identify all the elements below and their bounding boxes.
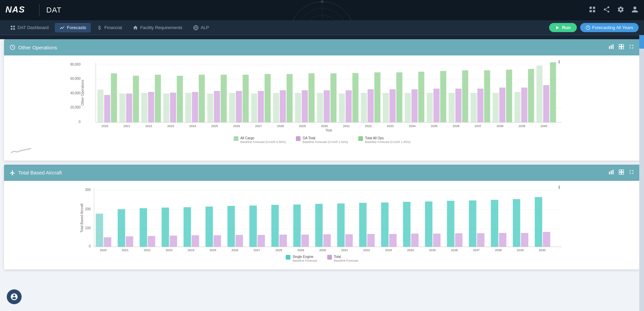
scroll-thumb[interactable] <box>639 35 644 49</box>
svg-text:2032: 2032 <box>363 248 370 252</box>
svg-rect-107 <box>484 70 490 122</box>
svg-rect-19 <box>609 46 610 49</box>
svg-rect-125 <box>609 171 610 174</box>
legend-color-single-engine <box>286 255 290 260</box>
legend-text-total-aircraft: Total Baseline Forecast <box>334 255 358 263</box>
nav-right-controls: Run Forecasting All Years <box>549 23 639 32</box>
chatbot-button[interactable] <box>7 289 22 304</box>
svg-text:2030: 2030 <box>321 124 328 128</box>
svg-rect-200 <box>521 233 529 247</box>
second-navbar: DAT Dashboard Forecasts Financial Facili… <box>0 20 644 35</box>
svg-text:2037: 2037 <box>474 124 481 128</box>
svg-rect-21 <box>613 44 614 49</box>
svg-rect-102 <box>456 89 462 122</box>
svg-text:2027: 2027 <box>255 124 262 128</box>
svg-rect-91 <box>396 72 403 122</box>
svg-rect-164 <box>258 235 265 247</box>
svg-rect-115 <box>528 69 534 122</box>
svg-rect-87 <box>375 72 381 122</box>
nav-item-forecasts[interactable]: Forecasts <box>55 23 91 32</box>
total-based-aircraft-chart: 300 200 100 0 <box>11 184 633 252</box>
run-button[interactable]: Run <box>549 23 576 32</box>
svg-rect-145 <box>118 209 125 247</box>
svg-rect-160 <box>228 206 235 247</box>
svg-rect-97 <box>427 93 433 122</box>
nav-item-financial[interactable]: Financial <box>92 23 127 32</box>
user-icon[interactable] <box>631 6 639 15</box>
legend-total-all-ops: Total All Ops Baseline Forecast (CAGR 1.… <box>358 136 411 144</box>
svg-text:Total Based Aircraft: Total Based Aircraft <box>80 203 84 232</box>
grid-view-icon[interactable] <box>618 44 624 51</box>
svg-rect-167 <box>280 235 287 247</box>
svg-text:2020: 2020 <box>100 248 106 252</box>
panel-total-based-aircraft-controls <box>608 169 635 176</box>
svg-text:2032: 2032 <box>365 124 371 128</box>
settings-icon[interactable] <box>617 6 624 15</box>
legend-color-total-aircraft <box>327 255 332 260</box>
grid-icon[interactable] <box>589 6 596 15</box>
svg-rect-82 <box>346 90 352 122</box>
bar-chart-icon[interactable] <box>608 44 614 51</box>
svg-point-6 <box>321 0 324 3</box>
svg-rect-178 <box>359 203 367 247</box>
svg-rect-20 <box>611 45 612 49</box>
svg-text:2033: 2033 <box>387 124 393 128</box>
bar-chart-icon-2[interactable] <box>608 169 614 176</box>
svg-rect-99 <box>440 71 446 122</box>
svg-rect-8 <box>593 7 595 9</box>
nav-item-dashboard[interactable]: DAT Dashboard <box>5 23 53 32</box>
grid-view-icon-2[interactable] <box>618 169 624 176</box>
svg-rect-199 <box>513 199 520 247</box>
top-navbar: NAS DAT <box>0 0 644 20</box>
nav-item-facility[interactable]: Facility Requirements <box>128 23 187 32</box>
svg-rect-81 <box>339 94 345 122</box>
svg-rect-63 <box>243 75 249 122</box>
svg-text:Year: Year <box>325 128 332 132</box>
svg-rect-85 <box>361 93 367 122</box>
svg-rect-173 <box>324 234 331 247</box>
legend-text-total-all-ops: Total All Ops Baseline Forecast (CAGR 1.… <box>365 136 411 144</box>
svg-rect-77 <box>317 93 323 122</box>
svg-text:2021: 2021 <box>123 124 130 128</box>
svg-rect-191 <box>455 233 463 247</box>
svg-text:2022: 2022 <box>144 248 150 252</box>
svg-rect-127 <box>613 170 614 174</box>
forecasting-button[interactable]: Forecasting All Years <box>580 23 639 32</box>
svg-rect-126 <box>611 170 612 174</box>
svg-rect-70 <box>280 90 286 122</box>
nav-item-alp[interactable]: ALP <box>188 23 214 32</box>
svg-text:2025: 2025 <box>209 248 216 252</box>
nav-label-financial: Financial <box>104 25 122 30</box>
panel-total-based-aircraft-header: Total Based Aircraft <box>4 165 640 181</box>
nav-label-alp: ALP <box>201 25 209 30</box>
svg-text:2037: 2037 <box>473 248 480 252</box>
main-content: Other Operations 80,000 60,000 <box>0 39 644 311</box>
svg-text:2025: 2025 <box>211 124 218 128</box>
svg-text:2028: 2028 <box>277 124 284 128</box>
svg-rect-7 <box>590 7 592 9</box>
scrollbar[interactable] <box>639 35 644 311</box>
svg-text:2026: 2026 <box>231 248 238 252</box>
svg-text:2020: 2020 <box>101 124 108 128</box>
svg-rect-203 <box>543 232 550 247</box>
svg-text:200: 200 <box>85 207 91 211</box>
panel-other-operations-header: Other Operations <box>4 39 640 55</box>
panel-total-based-aircraft-body: 300 200 100 0 <box>4 181 640 270</box>
svg-rect-105 <box>471 93 477 122</box>
expand-icon[interactable] <box>628 44 635 51</box>
legend-single-engine: Single Engine Baseline Forecast <box>286 255 317 263</box>
svg-text:2034: 2034 <box>409 124 415 128</box>
svg-text:2036: 2036 <box>453 124 459 128</box>
svg-text:NAS: NAS <box>5 4 25 15</box>
svg-text:2035: 2035 <box>429 248 436 252</box>
svg-rect-182 <box>389 234 397 247</box>
svg-text:⬇: ⬇ <box>557 59 561 65</box>
panel-other-operations-controls <box>608 44 635 51</box>
expand-icon-2[interactable] <box>628 169 635 176</box>
svg-text:0: 0 <box>89 244 91 248</box>
svg-text:2026: 2026 <box>233 124 240 128</box>
svg-rect-75 <box>309 73 315 122</box>
svg-text:2021: 2021 <box>122 248 128 252</box>
top-nav-icons <box>589 6 639 15</box>
share-icon[interactable] <box>603 6 610 15</box>
